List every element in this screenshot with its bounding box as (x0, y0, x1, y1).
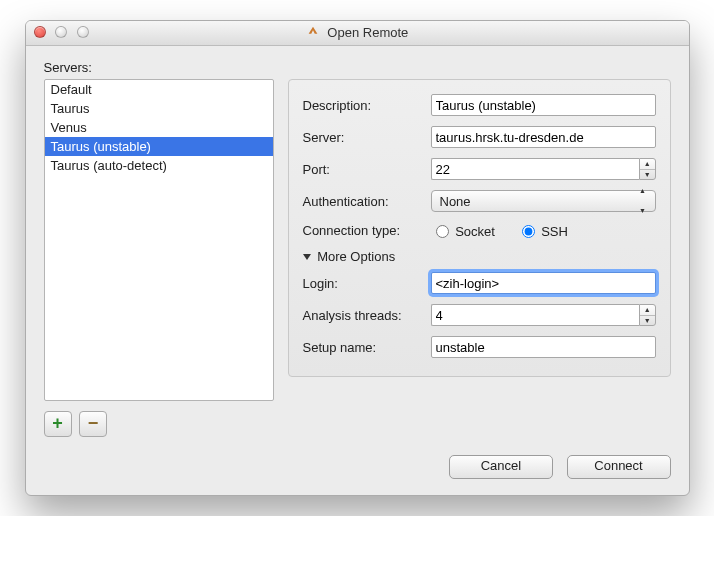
server-list-item[interactable]: Taurus (unstable) (45, 137, 273, 156)
server-list-buttons: + − (44, 411, 274, 437)
server-list-item[interactable]: Taurus (auto-detect) (45, 156, 273, 175)
connection-type-socket[interactable]: Socket (431, 224, 499, 239)
connection-type-ssh[interactable]: SSH (517, 224, 568, 239)
analysis-threads-step-up[interactable]: ▲ (640, 305, 655, 316)
server-input[interactable] (431, 126, 656, 148)
titlebar: Open Remote (26, 21, 689, 46)
chevron-updown-icon: ▲▼ (635, 192, 651, 210)
zoom-window-button[interactable] (77, 26, 89, 38)
port-stepper[interactable]: ▲ ▼ (639, 158, 656, 180)
port-step-up[interactable]: ▲ (640, 159, 655, 170)
port-step-down[interactable]: ▼ (640, 170, 655, 180)
port-label: Port: (303, 162, 431, 177)
connection-type-socket-label: Socket (455, 224, 495, 239)
server-list-item[interactable]: Default (45, 80, 273, 99)
server-label: Server: (303, 130, 431, 145)
window-title-text: Open Remote (327, 25, 408, 40)
connection-type-label: Connection type: (303, 223, 431, 238)
server-list-item[interactable]: Venus (45, 118, 273, 137)
analysis-threads-stepper[interactable]: ▲ ▼ (639, 304, 656, 326)
authentication-select[interactable]: None ▲▼ (431, 190, 656, 212)
server-details-panel: Description: Server: Port: (288, 79, 671, 377)
description-label: Description: (303, 98, 431, 113)
login-label: Login: (303, 276, 431, 291)
window-controls (34, 26, 95, 41)
app-icon (306, 23, 320, 37)
connection-type-ssh-label: SSH (541, 224, 568, 239)
cancel-button[interactable]: Cancel (449, 455, 553, 479)
add-server-button[interactable]: + (44, 411, 72, 437)
more-options-label: More Options (317, 249, 395, 264)
connection-type-socket-radio[interactable] (436, 225, 449, 238)
server-listbox[interactable]: DefaultTaurusVenusTaurus (unstable)Tauru… (44, 79, 274, 401)
connection-type-ssh-radio[interactable] (522, 225, 535, 238)
open-remote-window: Open Remote Servers: DefaultTaurusVenusT… (25, 20, 690, 496)
authentication-label: Authentication: (303, 194, 431, 209)
close-window-button[interactable] (34, 26, 46, 38)
window-title: Open Remote (26, 21, 689, 45)
login-input[interactable] (431, 272, 656, 294)
authentication-value: None (440, 194, 471, 209)
connection-type-group: Socket SSH (431, 222, 656, 239)
setup-name-input[interactable] (431, 336, 656, 358)
analysis-threads-label: Analysis threads: (303, 308, 431, 323)
port-input[interactable] (431, 158, 639, 180)
dialog-footer: Cancel Connect (44, 455, 671, 479)
minimize-window-button[interactable] (55, 26, 67, 38)
more-options-toggle[interactable]: More Options (303, 249, 656, 264)
servers-label: Servers: (44, 60, 671, 75)
analysis-threads-step-down[interactable]: ▼ (640, 316, 655, 326)
setup-name-label: Setup name: (303, 340, 431, 355)
dialog-body: Servers: DefaultTaurusVenusTaurus (unsta… (26, 46, 689, 495)
server-list-item[interactable]: Taurus (45, 99, 273, 118)
connect-button[interactable]: Connect (567, 455, 671, 479)
disclosure-triangle-icon (303, 254, 311, 260)
remove-server-button[interactable]: − (79, 411, 107, 437)
analysis-threads-input[interactable] (431, 304, 639, 326)
description-input[interactable] (431, 94, 656, 116)
